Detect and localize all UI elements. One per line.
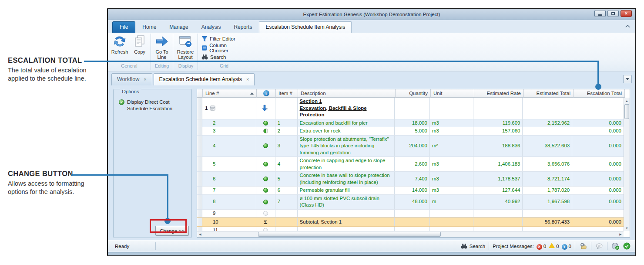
header-estimated-rate[interactable]: Estimated Rate	[474, 89, 524, 98]
cell-item-number: 5	[275, 172, 298, 186]
scroll-right-icon[interactable]: ▶	[617, 231, 624, 237]
sort-ascending-icon	[250, 92, 254, 95]
status-search[interactable]: Search	[470, 244, 485, 249]
filter-editor-button[interactable]: Filter Editor	[201, 35, 245, 42]
status-complete-icon	[263, 143, 268, 148]
status-complete-icon	[263, 200, 268, 204]
vertical-scrollbar[interactable]: ▲ ▼	[624, 98, 630, 231]
table-row[interactable]: 10ΣSubtotal, Section 156,807.4330.000	[197, 217, 624, 227]
cell-quantity: 14.000	[395, 187, 430, 194]
check-icon: ✓	[119, 99, 124, 105]
close-tab-icon[interactable]: ×	[144, 77, 146, 82]
cell-item-number: 4	[275, 157, 298, 171]
search-button[interactable]: Search	[201, 53, 245, 61]
status-ok-icon[interactable]	[622, 242, 631, 250]
column-chooser-button[interactable]: Column Chooser	[201, 44, 245, 51]
database-status-icon[interactable]	[611, 243, 620, 250]
table-row[interactable]: 65Concrete in base wall to slope protect…	[197, 172, 624, 187]
tab-list-dropdown-button[interactable]	[623, 75, 632, 83]
maximize-button[interactable]	[607, 10, 619, 17]
header-status[interactable]: i	[257, 89, 276, 98]
header-unit[interactable]: Unit	[431, 89, 474, 98]
message-count-error[interactable]: ✕0	[534, 244, 546, 249]
annotation-description: Allows access to formatting options for …	[8, 180, 104, 196]
table-row[interactable]: 87ø 100 mm slotted PVC subsoil drain (Cl…	[197, 195, 624, 210]
status-partial-icon	[263, 129, 268, 133]
header-quantity[interactable]: Quantity	[396, 89, 431, 98]
group-label-general: General	[108, 63, 151, 69]
header-escalation-total[interactable]: Escalation Total	[574, 89, 625, 98]
table-row[interactable]: 9	[197, 210, 624, 218]
table-row[interactable]: 54Concrete in capping and edge to slope …	[197, 157, 624, 172]
tab-escalation-schedule-item-analysis[interactable]: Escalation Schedule Item Analysis	[259, 21, 352, 33]
cell-status	[256, 172, 275, 186]
scroll-down-icon[interactable]: ▼	[624, 225, 630, 231]
project-message-counts[interactable]: ✕00i0	[534, 243, 571, 250]
header-item-number[interactable]: Item #	[276, 89, 298, 98]
doc-tab-workflow[interactable]: Workflow ×	[111, 73, 152, 85]
copy-button[interactable]: Copy	[130, 33, 150, 63]
table-row[interactable]: 21Excavation and backfill for pier18.000…	[197, 119, 624, 128]
cell-description: Extra over for rock	[298, 127, 395, 135]
option-display-direct-cost[interactable]: ✓ Display Direct Cost Schedule Escalatio…	[119, 99, 192, 112]
message-count-info[interactable]: i0	[559, 244, 571, 249]
table-row[interactable]: 32Extra over for rock5.000m3157.0600.000	[197, 127, 624, 136]
table-row[interactable]: 1Section 1Excavation, Backfill & Slope P…	[197, 98, 624, 119]
close-tab-icon[interactable]: ×	[246, 77, 249, 82]
header-line-number[interactable]: Line #	[203, 89, 257, 98]
annotation-title: CHANGE BUTTON	[8, 170, 104, 178]
tab-file[interactable]: File	[112, 21, 135, 33]
ribbon-collapse-button[interactable]	[624, 23, 631, 29]
row-indicator	[197, 195, 202, 209]
scroll-left-icon[interactable]: ◀	[197, 231, 203, 237]
statusbar-separator	[489, 242, 489, 250]
table-row[interactable]: 43Slope protection at abutments, "Terraf…	[197, 136, 624, 157]
row-indicator	[197, 127, 202, 135]
project-messages-label[interactable]: Project Messages:	[493, 244, 534, 249]
comments-icon[interactable]	[595, 243, 604, 249]
cell-unit: m3	[430, 119, 473, 127]
doc-tab-escalation-analysis[interactable]: Escalation Schedule Item Analysis ×	[154, 73, 255, 85]
table-row[interactable]: 11	[197, 227, 624, 231]
cell-unit: m3	[430, 187, 473, 194]
cell-escalation-total: 0.000	[572, 157, 624, 171]
message-count-warning[interactable]: 0	[546, 244, 559, 249]
header-estimated-total[interactable]: Estimated Total	[524, 89, 574, 98]
refresh-button[interactable]: Refresh	[110, 33, 130, 63]
vertical-scroll-thumb[interactable]	[624, 104, 629, 119]
cell-status	[256, 157, 275, 171]
header-description[interactable]: Description	[298, 89, 396, 98]
cell-unit	[430, 98, 473, 119]
row-indicator	[197, 136, 202, 157]
refresh-icon	[113, 34, 127, 48]
cell-quantity: 2.600	[395, 157, 430, 171]
cell-status	[256, 127, 275, 135]
scroll-up-icon[interactable]: ▲	[624, 98, 630, 104]
tab-manage[interactable]: Manage	[163, 22, 194, 33]
error-icon: ✕	[537, 244, 542, 250]
horizontal-scrollbar[interactable]: ◀ ▶	[197, 231, 624, 237]
tab-home[interactable]: Home	[136, 22, 162, 33]
status-empty-icon	[263, 211, 268, 216]
minimize-button[interactable]	[594, 10, 606, 17]
restore-layout-button[interactable]: Restore Layout	[174, 33, 197, 63]
permissions-key-icon[interactable]	[579, 243, 587, 249]
cell-item-number: 3	[275, 136, 298, 157]
cell-description: Excavation and backfill for pier	[298, 119, 395, 127]
cell-item-number	[275, 227, 298, 231]
tab-reports[interactable]: Reports	[228, 22, 258, 33]
cell-estimated-rate	[473, 98, 523, 119]
tab-analysis[interactable]: Analysis	[195, 22, 227, 33]
row-indicator	[197, 172, 202, 186]
cell-quantity	[395, 98, 430, 119]
group-label-grid: Grid	[198, 63, 250, 69]
row-indicator	[197, 227, 202, 231]
close-button[interactable]: ✕	[621, 10, 632, 17]
cell-item-number	[275, 218, 298, 226]
table-row[interactable]: 76Permeable granular fill14.000m3127.644…	[197, 187, 624, 195]
horizontal-scroll-thumb[interactable]	[258, 232, 441, 237]
filter-icon	[201, 36, 208, 42]
cell-item-number: 7	[275, 195, 298, 209]
go-to-line-button[interactable]: Go To Line	[152, 33, 172, 63]
status-empty-icon	[263, 228, 268, 231]
